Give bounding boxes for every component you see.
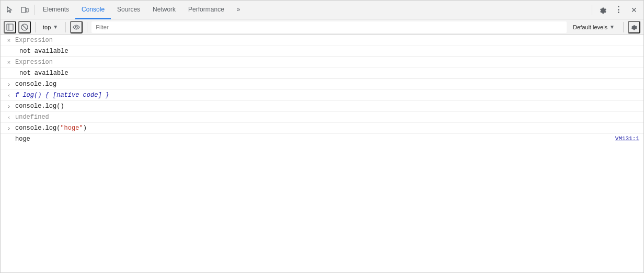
expression-value-1: not available [17,48,639,55]
console-bar-divider-3 [87,22,87,32]
svg-point-6 [75,26,77,28]
console-log-empty-input-row: › console.log() [1,101,643,112]
console-log-input-row: › console.log [1,79,643,90]
close-indicator-1[interactable]: × [5,37,13,43]
more-options-icon[interactable]: ⋮ [611,3,626,17]
svg-line-5 [22,25,27,29]
output-arrow-2: ‹ [5,113,13,120]
expression-row-2-label: × Expression [1,57,643,68]
expression-label-2: Expression [13,59,639,66]
context-selector[interactable]: top ▼ [40,23,61,31]
svg-rect-2 [7,24,13,30]
expression-block-1: × Expression not available [1,35,643,57]
output-arrow-1: ‹ [5,92,13,98]
expression-label-1: Expression [13,37,639,44]
clear-console-icon[interactable] [18,21,31,33]
toolbar-right: ⋮ ✕ [590,3,641,17]
console-log-hoge-input-row: › console.log("hoge") [1,123,643,134]
expression-row-1-label: × Expression [1,35,643,46]
console-log-input: console.log [13,81,639,88]
string-hoge: "hoge" [60,124,83,132]
console-log-empty-input: console.log() [13,103,639,110]
tab-network[interactable]: Network [146,1,182,19]
expression-row-1-value: not available [1,46,643,56]
hoge-output: hoge [13,135,30,143]
console-output: × Expression not available × Expression … [1,35,643,273]
settings-icon[interactable] [595,3,610,17]
undefined-output: undefined [13,113,639,121]
expression-value-2: not available [17,70,639,77]
console-sidebar-icon[interactable] [4,21,16,33]
console-settings-icon[interactable] [628,21,640,33]
tab-elements[interactable]: Elements [37,1,75,19]
console-bar: top ▼ Default levels ▼ [1,19,643,35]
tab-performance[interactable]: Performance [182,1,231,19]
console-bar-divider-2 [65,22,66,32]
undefined-output-row: ‹ undefined [1,112,643,123]
svg-rect-0 [21,7,26,13]
vm-link[interactable]: VM131:1 [607,135,639,142]
input-arrow-2: › [5,103,13,109]
close-icon[interactable]: ✕ [627,3,641,17]
close-indicator-2[interactable]: × [5,59,13,65]
expression-row-2-value: not available [1,68,643,78]
devtools-toolbar: Elements Console Sources Network Perform… [1,1,643,19]
input-arrow-1: › [5,81,13,87]
device-toggle-icon[interactable] [17,3,32,17]
tab-sources[interactable]: Sources [111,1,146,19]
tab-console[interactable]: Console [75,1,111,19]
toolbar-divider-2 [592,5,592,15]
console-log-hoge-input: console.log("hoge") [13,124,639,132]
svg-rect-1 [26,8,28,12]
default-levels-button[interactable]: Default levels ▼ [569,23,619,31]
expression-block-2: × Expression not available [1,57,643,79]
console-log-output: f log() { [native code] } [13,92,639,99]
cursor-icon[interactable] [3,3,17,17]
input-arrow-3: › [5,124,13,131]
tab-more[interactable]: » [231,1,247,19]
console-bar-divider-1 [35,22,36,32]
toolbar-divider-1 [34,5,34,15]
console-log-output-row: ‹ f log() { [native code] } [1,90,643,101]
filter-input[interactable] [91,21,567,33]
console-bar-divider-4 [623,22,624,32]
context-arrow-icon: ▼ [53,24,58,30]
hoge-output-row: › hoge VM131:1 [1,134,643,144]
eye-icon[interactable] [70,21,83,33]
